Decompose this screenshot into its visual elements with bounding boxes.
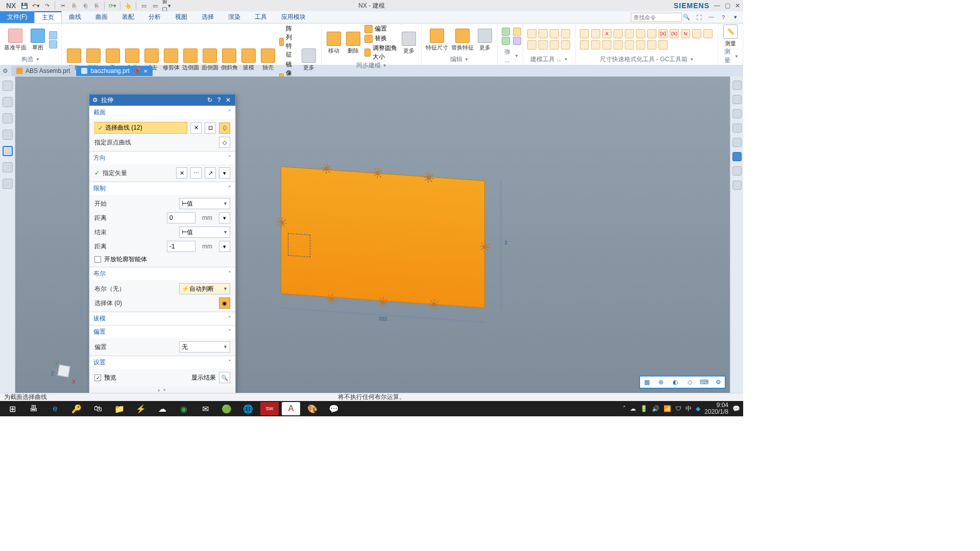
tab-surface[interactable]: 曲面 <box>88 11 115 23</box>
tool-icon[interactable] <box>614 29 623 38</box>
section-header-limits[interactable]: 限制˄ <box>89 182 235 195</box>
taskbar-3d-icon[interactable]: 🎨 <box>303 402 322 415</box>
tool-icon[interactable] <box>614 40 623 49</box>
minimize-icon[interactable]: — <box>714 2 721 9</box>
gear-icon[interactable]: ⚙ <box>92 96 98 104</box>
tab-render[interactable]: 渲染 <box>221 11 248 23</box>
fullscreen-icon[interactable]: ⛶ <box>694 13 703 22</box>
window-menu[interactable]: 窗口▾ <box>162 1 171 10</box>
close-icon[interactable]: ✕ <box>734 2 741 9</box>
tool-icon[interactable]: N <box>681 29 690 38</box>
delete-button[interactable]: 删除 <box>345 32 361 55</box>
search-icon[interactable]: 🔍 <box>682 13 691 22</box>
basic-more-button[interactable]: 更多 <box>301 48 317 71</box>
select-curve-field[interactable]: ✓选择曲线 (12) <box>94 122 187 134</box>
chevron-down-icon[interactable]: ▼ <box>690 57 694 62</box>
right-tool-4[interactable] <box>732 123 742 133</box>
tool-icon[interactable] <box>692 29 701 38</box>
paste-special-icon[interactable]: ⎘ <box>92 1 101 10</box>
taskbar-notes-icon[interactable]: 💬 <box>325 402 343 415</box>
trim-body-button[interactable]: 修剪体 <box>163 48 179 71</box>
origin-curve-btn[interactable]: ◇ <box>219 137 230 148</box>
section-header-bool[interactable]: 布尔˄ <box>89 267 235 280</box>
section-header-settings[interactable]: 设置˅ <box>89 356 235 369</box>
distance1-dropdown[interactable]: ▾ <box>219 212 230 223</box>
window-layout-icon[interactable]: ▭ <box>139 1 149 10</box>
doctab-pin-icon[interactable]: 📌 <box>133 67 140 74</box>
draft-button[interactable]: 拔模 <box>240 48 257 71</box>
part-navigator-icon[interactable] <box>3 81 13 91</box>
save-icon[interactable]: 💾 <box>20 1 29 10</box>
tool-icon[interactable] <box>658 40 668 49</box>
feature-dim-button[interactable]: 特征尺寸 <box>426 29 448 52</box>
pattern-feature-button[interactable]: 阵列特征 <box>279 24 298 59</box>
graphics-canvas[interactable]: ⚙ 拉伸 ↻ ? ✕ 截面˄ ✓选择曲线 (12) ✕ ⊡ ⬯ 指定原点曲线◇ … <box>15 77 730 393</box>
curve-rule-btn-1[interactable]: ✕ <box>190 122 202 134</box>
tray-perspective-icon[interactable]: ◇ <box>685 378 694 387</box>
history-icon[interactable] <box>3 179 13 189</box>
tool-icon[interactable] <box>561 29 570 38</box>
chevron-down-icon[interactable]: ▼ <box>734 54 739 59</box>
distance2-input[interactable] <box>167 241 195 252</box>
copy-icon[interactable]: ⎘ <box>69 1 79 10</box>
taskbar-store-icon[interactable]: 🛍 <box>89 402 107 415</box>
right-tool-8[interactable] <box>732 181 742 190</box>
tab-home[interactable]: 主页 <box>34 11 62 23</box>
vector-btn-1[interactable]: ✕ <box>176 167 187 179</box>
move-button[interactable]: 移动 <box>326 32 342 55</box>
tool-icon[interactable]: (X) <box>670 29 679 38</box>
tool-icon[interactable] <box>625 40 634 49</box>
doctab-close-icon[interactable]: ✕ <box>143 68 148 74</box>
tool-icon[interactable] <box>527 29 536 38</box>
close-icon[interactable]: ✕ <box>224 96 232 104</box>
tray-gear-icon[interactable]: ⚙ <box>714 378 723 387</box>
taskbar-autocad-icon[interactable]: A <box>282 402 300 415</box>
tool-icon[interactable] <box>625 29 634 38</box>
doctab-active[interactable]: baozhuang.prt📌✕ <box>76 66 153 76</box>
tray-shade-icon[interactable]: ◐ <box>671 378 680 387</box>
tray-ime[interactable]: 中 <box>685 405 692 413</box>
taskbar-sw-icon[interactable]: SW <box>260 402 279 415</box>
show-result-btn[interactable]: 🔍 <box>219 372 230 383</box>
taskbar-360-icon[interactable]: 🟢 <box>217 402 236 415</box>
replace-face-button[interactable]: 替换 <box>364 34 398 43</box>
hd3d-icon[interactable] <box>3 146 13 156</box>
taskbar-key-icon[interactable]: 🔑 <box>67 402 86 415</box>
replace-feature-button[interactable]: 替换特征 <box>451 29 474 52</box>
tray-chevron-icon[interactable]: ˄ <box>623 405 626 412</box>
tool-icon[interactable] <box>561 40 570 49</box>
constraint-navigator-icon[interactable] <box>3 113 13 123</box>
taskbar-green-icon[interactable]: ◉ <box>175 402 193 415</box>
tab-view[interactable]: 视图 <box>168 11 194 23</box>
undo-icon[interactable]: ↶▾ <box>31 1 40 10</box>
start-button[interactable]: ⊞ <box>3 402 21 415</box>
shell-tool-2[interactable] <box>502 37 510 45</box>
tool-icon[interactable] <box>591 29 600 38</box>
browser-icon[interactable] <box>3 162 13 172</box>
chevron-down-icon[interactable]: ▼ <box>514 54 519 58</box>
help-icon[interactable]: ? <box>215 96 223 104</box>
measure-button[interactable]: 📏测量 <box>722 24 739 47</box>
tool-icon[interactable] <box>527 40 536 49</box>
reuse-library-icon[interactable] <box>3 130 13 140</box>
tray-csys-icon[interactable]: ⊕ <box>656 378 666 387</box>
dialog-titlebar[interactable]: ⚙ 拉伸 ↻ ? ✕ <box>89 94 235 106</box>
doctab-inactive[interactable]: ABS Assemb.prt <box>11 66 75 76</box>
right-tool-6[interactable] <box>732 152 742 161</box>
minimize-ribbon-icon[interactable]: 〰 <box>706 13 716 22</box>
search-input[interactable] <box>631 13 682 22</box>
assembly-navigator-icon[interactable] <box>3 97 13 107</box>
tab-file[interactable]: 文件(F) <box>0 11 34 23</box>
tool-icon[interactable] <box>602 40 611 49</box>
refresh-icon[interactable]: ⟳▾ <box>108 1 117 10</box>
face-blend-button[interactable]: 面倒圆 <box>202 48 218 71</box>
window-tile-icon[interactable]: ▭ <box>151 1 160 10</box>
tab-app-module[interactable]: 应用模块 <box>274 11 313 23</box>
section-header-offset[interactable]: 偏置˄ <box>89 325 235 338</box>
construct-extra2[interactable] <box>49 40 57 48</box>
shell-tool-1[interactable] <box>502 28 510 36</box>
taskbar-edge-icon[interactable]: e <box>46 402 64 415</box>
tab-tools[interactable]: 工具 <box>248 11 274 23</box>
tool-icon[interactable] <box>550 29 559 38</box>
tool-icon[interactable] <box>538 29 548 38</box>
